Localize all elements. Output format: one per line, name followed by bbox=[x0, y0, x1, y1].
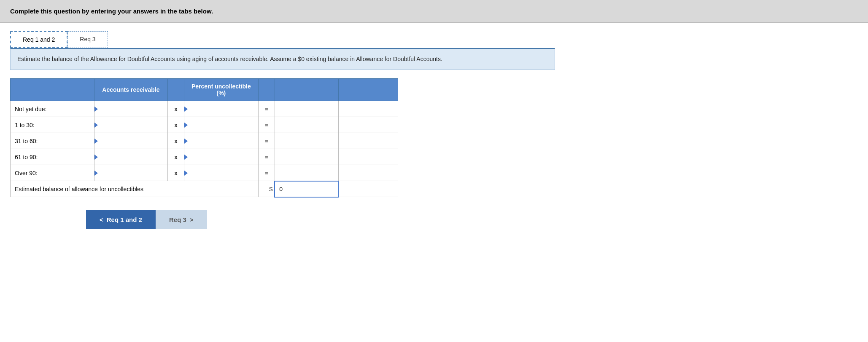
equals-op-2: = bbox=[258, 117, 275, 133]
empty-2 bbox=[338, 117, 398, 133]
row-label-1-to-30: 1 to 30: bbox=[11, 117, 94, 133]
ar-input-not-yet-due[interactable] bbox=[94, 101, 167, 117]
next-button[interactable]: Req 3 > bbox=[156, 210, 207, 229]
result-field-1-30[interactable] bbox=[275, 117, 338, 133]
ar-input-31-60[interactable] bbox=[94, 133, 167, 149]
data-table: Accounts receivable Percent uncollectibl… bbox=[10, 78, 398, 198]
result-over-90[interactable] bbox=[275, 165, 338, 181]
pct-field-61-90[interactable] bbox=[184, 149, 258, 165]
th-result bbox=[275, 79, 338, 101]
total-dollar-sign: $ bbox=[258, 181, 275, 197]
banner-text: Complete this question by entering your … bbox=[10, 8, 213, 15]
equals-op-3: = bbox=[258, 133, 275, 149]
result-1-30[interactable] bbox=[275, 117, 338, 133]
pct-input-61-90[interactable] bbox=[184, 149, 258, 165]
empty-1 bbox=[338, 101, 398, 117]
row-label-31-to-60: 31 to 60: bbox=[11, 133, 94, 149]
tab-req-1-and-2[interactable]: Req 1 and 2 bbox=[10, 31, 67, 48]
table-row: 61 to 90: x = bbox=[11, 149, 398, 165]
equals-op-4: = bbox=[258, 149, 275, 165]
prev-label: Req 1 and 2 bbox=[107, 216, 142, 223]
pct-input-1-30[interactable] bbox=[184, 117, 258, 133]
result-field-not-yet-due[interactable] bbox=[275, 101, 338, 117]
pct-input-31-60[interactable] bbox=[184, 133, 258, 149]
empty-5 bbox=[338, 165, 398, 181]
ar-input-1-30[interactable] bbox=[94, 117, 167, 133]
pct-field-over-90[interactable] bbox=[184, 165, 258, 181]
prev-button[interactable]: < Req 1 and 2 bbox=[86, 210, 156, 229]
next-arrow-icon: > bbox=[190, 216, 194, 223]
total-empty bbox=[338, 181, 398, 197]
ar-field-over-90[interactable] bbox=[94, 165, 167, 181]
th-percent-uncollectible: Percent uncollectible (%) bbox=[184, 79, 258, 101]
next-label: Req 3 bbox=[169, 216, 186, 223]
ar-input-over-90[interactable] bbox=[94, 165, 167, 181]
th-accounts-receivable: Accounts receivable bbox=[94, 79, 167, 101]
description-box: Estimate the balance of the Allowance fo… bbox=[10, 48, 555, 70]
tabs-row: Req 1 and 2 Req 3 bbox=[10, 31, 555, 48]
table-container: Accounts receivable Percent uncollectibl… bbox=[10, 78, 555, 198]
pct-field-not-yet-due[interactable] bbox=[184, 101, 258, 117]
result-field-61-90[interactable] bbox=[275, 149, 338, 165]
ar-field-61-90[interactable] bbox=[94, 149, 167, 165]
total-row: Estimated balance of allowance for uncol… bbox=[11, 181, 398, 197]
th-label bbox=[11, 79, 94, 101]
pct-input-not-yet-due[interactable] bbox=[184, 101, 258, 117]
equals-op-1: = bbox=[258, 101, 275, 117]
result-61-90[interactable] bbox=[275, 149, 338, 165]
table-row: Over 90: x = bbox=[11, 165, 398, 181]
ar-field-31-60[interactable] bbox=[94, 133, 167, 149]
th-equals bbox=[258, 79, 275, 101]
total-label: Estimated balance of allowance for uncol… bbox=[11, 181, 259, 197]
th-operator bbox=[167, 79, 184, 101]
ar-field-1-30[interactable] bbox=[94, 117, 167, 133]
row-label-over-90: Over 90: bbox=[11, 165, 94, 181]
description-text: Estimate the balance of the Allowance fo… bbox=[17, 56, 442, 62]
result-field-over-90[interactable] bbox=[275, 165, 338, 181]
result-field-31-60[interactable] bbox=[275, 133, 338, 149]
empty-3 bbox=[338, 133, 398, 149]
multiply-op-4: x bbox=[167, 149, 184, 165]
empty-4 bbox=[338, 149, 398, 165]
total-value-cell[interactable] bbox=[275, 181, 338, 197]
ar-field-not-yet-due[interactable] bbox=[94, 101, 167, 117]
prev-arrow-icon: < bbox=[100, 216, 103, 223]
top-banner: Complete this question by entering your … bbox=[0, 0, 868, 23]
pct-field-31-60[interactable] bbox=[184, 133, 258, 149]
result-31-60[interactable] bbox=[275, 133, 338, 149]
row-label-61-to-90: 61 to 90: bbox=[11, 149, 94, 165]
equals-op-5: = bbox=[258, 165, 275, 181]
ar-input-61-90[interactable] bbox=[94, 149, 167, 165]
result-not-yet-due[interactable] bbox=[275, 101, 338, 117]
table-row: 31 to 60: x = bbox=[11, 133, 398, 149]
total-value-input[interactable] bbox=[275, 182, 338, 197]
multiply-op-2: x bbox=[167, 117, 184, 133]
th-empty bbox=[338, 79, 398, 101]
main-content: Req 1 and 2 Req 3 Estimate the balance o… bbox=[0, 23, 565, 238]
pct-input-over-90[interactable] bbox=[184, 165, 258, 181]
row-label-not-yet-due: Not yet due: bbox=[11, 101, 94, 117]
table-row: 1 to 30: x = bbox=[11, 117, 398, 133]
table-row: Not yet due: x = bbox=[11, 101, 398, 117]
nav-buttons: < Req 1 and 2 Req 3 > bbox=[86, 210, 555, 229]
multiply-op-5: x bbox=[167, 165, 184, 181]
multiply-op-1: x bbox=[167, 101, 184, 117]
multiply-op-3: x bbox=[167, 133, 184, 149]
pct-field-1-30[interactable] bbox=[184, 117, 258, 133]
tab-req-3[interactable]: Req 3 bbox=[67, 31, 108, 48]
